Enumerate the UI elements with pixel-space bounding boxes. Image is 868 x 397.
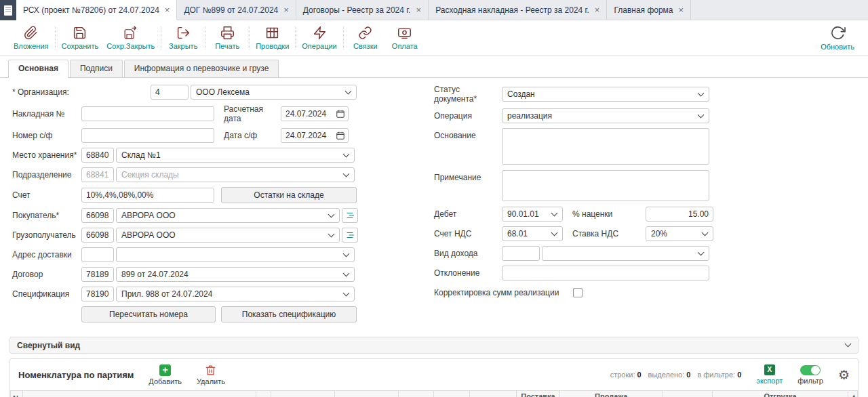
delivery-address-label: Адрес доставки [12, 250, 81, 259]
buyer-select[interactable]: АВРОРА ООО [116, 208, 340, 223]
operations-button[interactable]: Операции [298, 24, 340, 51]
basis-label: Основание [434, 128, 502, 140]
column-header-num[interactable]: N▲ п [11, 391, 23, 397]
chevron-down-icon [551, 229, 558, 236]
status-select[interactable]: Создан [502, 87, 709, 102]
refresh-button[interactable]: Обновить [816, 24, 859, 52]
attachments-button[interactable]: Вложения [9, 24, 53, 51]
recalculate-numbers-button[interactable]: Пересчитать номера [81, 306, 216, 322]
calc-date-input[interactable] [285, 109, 332, 119]
filter-toggle[interactable]: фильтр [797, 365, 823, 385]
organization-code-input[interactable] [151, 85, 189, 100]
toggle-on-icon [800, 365, 821, 375]
browser-tab-contracts[interactable]: Договоры - Реестр за 2024 г. × [296, 0, 429, 20]
close-doc-button[interactable]: Закрыть [163, 24, 203, 51]
tab-main[interactable]: Основная [8, 60, 68, 78]
tab-carrier-cargo-info[interactable]: Информация о перевозчике и грузе [124, 60, 279, 77]
storage-select[interactable]: Склад №1 [116, 148, 355, 163]
invoice-number-input[interactable] [81, 106, 214, 121]
calc-date-field[interactable] [281, 106, 349, 121]
chevron-down-icon [328, 230, 335, 237]
specification-code-input[interactable] [81, 287, 114, 301]
browser-tab-dog[interactable]: ДОГ №899 от 24.07.2024 × [177, 0, 296, 20]
chevron-down-icon [698, 89, 705, 96]
consignee-tree-button[interactable] [342, 228, 358, 243]
print-button[interactable]: Печать [208, 24, 247, 51]
operation-label: Операция [434, 111, 502, 121]
browser-tab-main-form[interactable]: Главная форма × [607, 0, 691, 20]
close-icon[interactable]: × [416, 5, 422, 14]
department-select: Секция склады [116, 167, 355, 182]
deviation-label: Отклонение [434, 268, 502, 278]
buyer-code-input[interactable] [81, 208, 114, 223]
toolbar: Вложения Сохранить Сохр.Закрыть Закрыть … [0, 20, 868, 56]
payment-icon [397, 26, 412, 40]
close-icon[interactable]: × [165, 5, 170, 14]
chain-link-icon [358, 26, 372, 40]
consignee-code-input[interactable] [81, 228, 114, 243]
income-type-select[interactable] [542, 246, 709, 261]
form-right-column: Статус документа* Создан Операция реализ… [434, 85, 713, 327]
operation-select[interactable]: реализация [502, 108, 709, 123]
sf-number-input[interactable] [81, 128, 214, 143]
consignee-select[interactable]: АВРОРА ООО [116, 228, 340, 243]
debit-select[interactable]: 90.01.01 [502, 207, 563, 222]
tab-label: Расходная накладная - Реестр за 2024 г. [435, 5, 589, 15]
tree-icon [345, 230, 355, 240]
save-close-button[interactable]: Сохр.Закрыть [102, 24, 159, 51]
delete-row-button[interactable]: Удалить [197, 364, 225, 385]
account-label: Счет [12, 190, 81, 200]
chevron-down-icon [698, 111, 705, 118]
sf-date-input[interactable] [285, 131, 332, 140]
browser-tab-invoice-registry[interactable]: Расходная накладная - Реестр за 2024 г. … [429, 0, 607, 20]
tab-signatures[interactable]: Подписи [70, 60, 123, 77]
vat-rate-select[interactable]: 20% [646, 226, 713, 241]
export-button[interactable]: X экспорт [756, 364, 783, 385]
paperclip-icon [24, 26, 38, 40]
close-icon[interactable]: × [679, 5, 684, 14]
storage-code-input[interactable] [81, 148, 114, 163]
delivery-address-code-input[interactable] [81, 247, 114, 262]
contract-select[interactable]: 899 от 24.07.2024 [116, 267, 355, 282]
delivery-address-select[interactable] [116, 247, 355, 262]
correction-checkbox[interactable] [573, 288, 583, 297]
specification-select[interactable]: Прил. 988 от 24.07.2024 [116, 287, 355, 301]
income-type-code-input[interactable] [502, 246, 540, 261]
income-type-label: Вид дохода [434, 249, 502, 258]
lightning-icon [313, 26, 327, 40]
calendar-icon[interactable] [336, 131, 345, 140]
note-textarea[interactable] [502, 170, 709, 201]
plus-icon: + [159, 364, 171, 376]
contract-code-input[interactable] [81, 267, 114, 282]
links-button[interactable]: Связки [346, 24, 385, 51]
close-doc-icon [176, 26, 191, 40]
calendar-icon[interactable] [336, 109, 345, 119]
postings-button[interactable]: Проводки [252, 24, 293, 51]
gear-icon[interactable]: ⚙ [838, 369, 850, 381]
buyer-tree-button[interactable] [342, 208, 358, 223]
vertical-scrollbar[interactable]: ▲ [848, 391, 857, 397]
form-tab-strip: Основная Подписи Информация о перевозчик… [0, 56, 868, 78]
collapsed-view-bar[interactable]: Свернутый вид [9, 337, 859, 354]
browser-tab-rsx[interactable]: РСХ (проект №78206) от 24.07.2024 × [16, 0, 177, 20]
chevron-down-icon [551, 209, 558, 216]
status-label: Статус документа* [434, 85, 502, 104]
close-icon[interactable]: × [283, 5, 289, 14]
show-specification-button[interactable]: Показать спецификацию [221, 306, 357, 322]
browser-tab-bar: РСХ (проект №78206) от 24.07.2024 × ДОГ … [0, 0, 868, 20]
payment-button[interactable]: Оплата [385, 24, 425, 51]
account-input[interactable] [81, 188, 214, 203]
save-icon [73, 26, 87, 40]
save-button[interactable]: Сохранить [58, 24, 103, 51]
deviation-input[interactable] [502, 266, 709, 280]
basis-textarea[interactable] [502, 128, 709, 165]
organization-select[interactable]: ООО Лексема [191, 85, 357, 100]
close-icon[interactable]: × [595, 5, 600, 14]
specification-label: Спецификация [12, 289, 81, 299]
stock-balance-button[interactable]: Остатки на складе [221, 187, 357, 203]
markup-input[interactable] [646, 207, 713, 222]
sf-date-field[interactable] [281, 128, 349, 143]
tab-label: Главная форма [614, 5, 673, 15]
add-row-button[interactable]: + Добавить [149, 364, 182, 385]
vat-account-select[interactable]: 68.01 [502, 226, 563, 241]
